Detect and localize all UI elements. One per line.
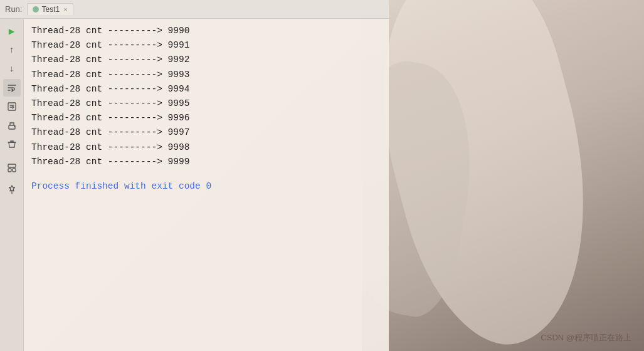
output-line: Thread-28 cnt ---------> 9993 [31,68,381,82]
watermark: CSDN @程序喵正在路上 [541,332,631,343]
output-line: Thread-28 cnt ---------> 9991 [31,38,381,53]
output-line: Thread-28 cnt ---------> 9999 [31,155,381,169]
background-art [362,0,644,351]
wrap-button[interactable] [3,79,21,97]
output-line: Thread-28 cnt ---------> 9998 [31,140,381,155]
tab-test1[interactable]: Test1 × [27,3,73,15]
ide-panel: Run: Test1 × ▶ ↑ ↓ [0,0,389,351]
scroll-up-button[interactable]: ↑ [3,41,21,59]
run-label: Run: [5,4,22,14]
svg-rect-4 [8,169,11,172]
output-line: Thread-28 cnt ---------> 9992 [31,53,381,67]
scroll-down-button[interactable]: ↓ [3,60,21,78]
layout-button[interactable] [3,159,21,177]
output-line: Thread-28 cnt ---------> 9996 [31,111,381,125]
svg-point-2 [14,126,15,127]
export-button[interactable] [3,98,21,115]
svg-rect-1 [9,125,15,129]
content-area: ▶ ↑ ↓ [0,19,389,351]
output-line: Thread-28 cnt ---------> 9997 [31,125,381,140]
tab-name: Test1 [41,5,60,14]
output-line: Thread-28 cnt ---------> 9995 [31,97,381,111]
top-bar: Run: Test1 × [0,0,389,19]
svg-rect-3 [8,164,16,167]
svg-rect-5 [13,169,16,172]
delete-button[interactable] [3,135,21,153]
output-line: Thread-28 cnt ---------> 9994 [31,82,381,97]
process-finished-line: Process finished with exit code 0 [31,179,381,194]
tab-icon [33,6,39,13]
output-area[interactable]: Thread-28 cnt ---------> 9990Thread-28 c… [24,19,389,351]
output-line: Thread-28 cnt ---------> 9990 [31,24,381,38]
tab-close-button[interactable]: × [63,6,67,13]
left-toolbar: ▶ ↑ ↓ [0,19,24,351]
print-button[interactable] [3,117,21,134]
svg-rect-0 [8,103,16,110]
pin-button[interactable] [3,181,21,198]
play-button[interactable]: ▶ [3,23,21,40]
